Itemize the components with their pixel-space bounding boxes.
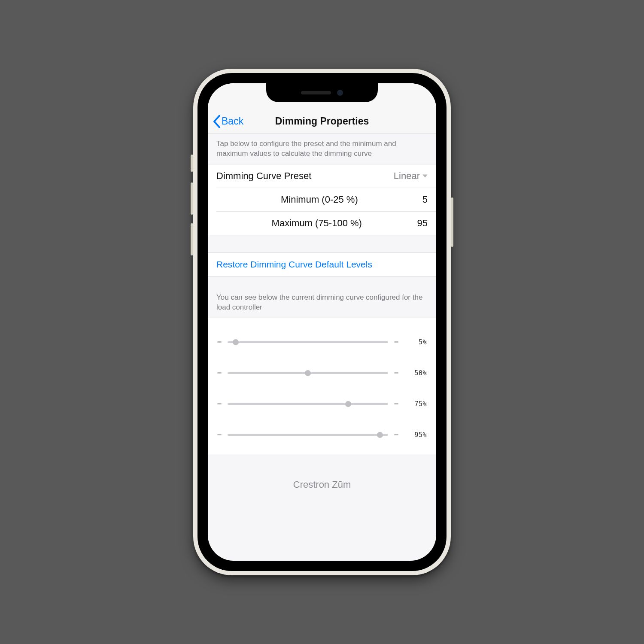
slider-min-tick	[217, 434, 222, 435]
row-preset-value: Linear	[394, 170, 428, 182]
slider-track[interactable]	[228, 372, 388, 374]
row-maximum[interactable]: Maximum (75-100 %) 95	[216, 211, 436, 235]
slider-max-tick	[394, 434, 398, 435]
slider-min-tick	[217, 372, 222, 374]
caret-down-icon	[422, 173, 428, 179]
front-camera	[337, 90, 343, 96]
slider-row[interactable]: 95%	[217, 419, 427, 450]
mute-switch	[191, 155, 193, 172]
back-label: Back	[222, 115, 243, 127]
speaker-grille	[301, 91, 331, 94]
slider-max-tick	[394, 372, 398, 374]
row-minimum-value: 5	[422, 194, 428, 205]
phone-frame: Back Dimming Properties Tap below to con…	[193, 69, 451, 575]
slider-card: 5%50%75%95%	[208, 318, 436, 455]
slider-max-tick	[394, 341, 398, 343]
page-title: Dimming Properties	[275, 115, 369, 127]
slider-max-tick	[394, 403, 398, 404]
slider-thumb[interactable]	[345, 401, 351, 407]
notch	[266, 83, 378, 102]
footer-brand: Crestron Zūm	[208, 468, 436, 507]
slider-min-tick	[217, 341, 222, 343]
settings-group: Dimming Curve Preset Linear Minimum (0-2…	[208, 164, 436, 235]
chevron-left-icon	[213, 115, 221, 128]
section-hint-top: Tap below to configure the preset and th…	[208, 134, 436, 164]
slider-track[interactable]	[228, 341, 388, 343]
slider-row[interactable]: 5%	[217, 327, 427, 358]
slider-thumb[interactable]	[233, 339, 239, 345]
slider-track[interactable]	[228, 434, 388, 436]
row-minimum[interactable]: Minimum (0-25 %) 5	[216, 188, 436, 211]
slider-value-label: 75%	[404, 400, 427, 408]
slider-min-tick	[217, 403, 222, 404]
row-preset[interactable]: Dimming Curve Preset Linear	[208, 164, 436, 188]
slider-value-label: 50%	[404, 369, 427, 377]
row-preset-label: Dimming Curve Preset	[216, 170, 311, 182]
slider-thumb[interactable]	[377, 432, 383, 438]
row-maximum-label: Maximum (75-100 %)	[272, 218, 362, 229]
power-button	[451, 197, 453, 247]
volume-up-button	[191, 182, 193, 215]
slider-row[interactable]: 50%	[217, 358, 427, 389]
screen: Back Dimming Properties Tap below to con…	[208, 83, 436, 561]
slider-value-label: 95%	[404, 431, 427, 439]
nav-bar: Back Dimming Properties	[208, 109, 436, 134]
slider-track[interactable]	[228, 403, 388, 405]
row-minimum-label: Minimum (0-25 %)	[281, 194, 358, 205]
volume-down-button	[191, 223, 193, 255]
restore-defaults-button[interactable]: Restore Dimming Curve Default Levels	[208, 252, 436, 276]
row-maximum-value: 95	[417, 218, 428, 229]
slider-value-label: 5%	[404, 338, 427, 346]
restore-defaults-label: Restore Dimming Curve Default Levels	[216, 259, 372, 269]
back-button[interactable]: Back	[213, 109, 243, 134]
slider-row[interactable]: 75%	[217, 389, 427, 419]
section-hint-bottom: You can see below the current dimming cu…	[208, 288, 436, 318]
slider-thumb[interactable]	[305, 370, 311, 376]
